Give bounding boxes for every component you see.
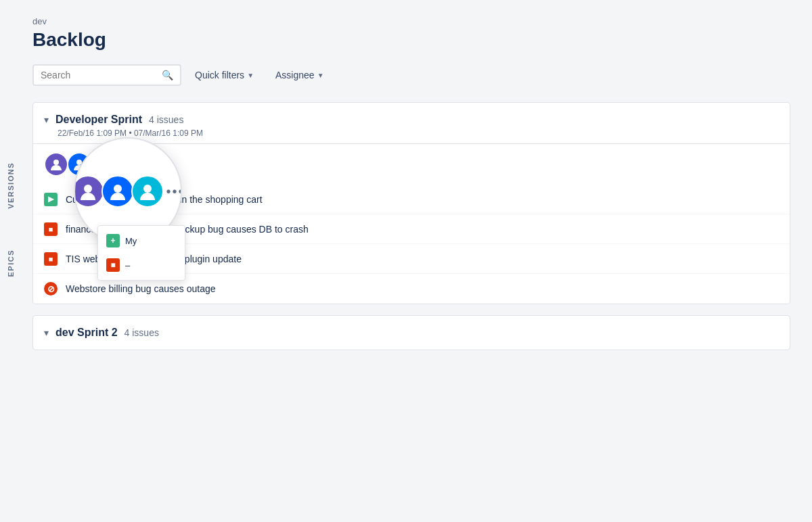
magnify-avatar-3[interactable] <box>131 175 164 208</box>
breadcrumb: dev <box>32 16 790 26</box>
epics-label[interactable]: EPICS <box>7 250 15 277</box>
magnify-avatar-2[interactable] <box>102 175 134 208</box>
quick-filters-button[interactable]: Quick filters ▼ <box>187 64 262 86</box>
popup-item-my-label: My <box>125 236 137 246</box>
magnify-dots: ••• <box>166 184 183 199</box>
search-icon: 🔍 <box>162 70 173 80</box>
sidebar-labels: VERSIONS EPICS <box>0 0 22 522</box>
popup-item-minus[interactable]: ■ – <box>98 253 185 277</box>
sprint1-name: Developer Sprint <box>55 114 142 126</box>
issue-icon-story-1: ▶ <box>44 193 58 206</box>
popup-item-my[interactable]: + My <box>98 229 185 253</box>
sprint1-count: 4 issues <box>149 114 183 125</box>
sprint1-chevron-icon[interactable]: ▾ <box>44 114 49 125</box>
sprint2-section: ▾ dev Sprint 2 4 issues <box>32 315 790 350</box>
sprint2-header: ▾ dev Sprint 2 4 issues <box>33 316 790 350</box>
magnify-avatar-1[interactable] <box>74 175 104 208</box>
page-title: Backlog <box>32 29 790 51</box>
sprint1-section: ▾ Developer Sprint 4 issues 22/Feb/16 1:… <box>32 102 790 304</box>
popup-item-minus-label: – <box>125 260 130 270</box>
assignee-chevron-icon: ▼ <box>317 72 324 79</box>
assignee-button[interactable]: Assignee ▼ <box>267 64 332 86</box>
popup-menu: + My ■ – <box>97 225 185 281</box>
sprint2-count: 4 issues <box>125 327 159 338</box>
svg-point-4 <box>114 185 122 193</box>
page-wrapper: VERSIONS EPICS dev Backlog 🔍 Quick filte… <box>0 0 812 522</box>
popup-icon-plus: + <box>106 234 120 247</box>
quick-filters-chevron-icon: ▼ <box>247 72 254 79</box>
search-box[interactable]: 🔍 <box>32 64 181 86</box>
sprint2-chevron-icon[interactable]: ▾ <box>44 327 49 338</box>
sprint2-name: dev Sprint 2 <box>55 327 118 339</box>
magnify-inner: ••• <box>74 175 182 208</box>
issue-icon-bug-3: ■ <box>44 252 58 266</box>
popup-icon-square: ■ <box>106 258 120 272</box>
issue-icon-blocked-4: ⊘ <box>44 282 58 295</box>
svg-point-3 <box>84 185 92 193</box>
sprint1-dates: 22/Feb/16 1:09 PM • 07/Mar/16 1:09 PM <box>44 128 779 138</box>
sprint1-header: ▾ Developer Sprint 4 issues 22/Feb/16 1:… <box>33 103 790 144</box>
svg-point-5 <box>143 185 152 193</box>
avatar-1[interactable] <box>44 152 68 176</box>
issue-icon-bug-2: ■ <box>44 222 58 236</box>
search-input[interactable] <box>41 70 158 80</box>
toolbar: 🔍 Quick filters ▼ Assignee ▼ <box>32 64 790 86</box>
assignee-row: ••• <box>33 144 790 185</box>
main-content: dev Backlog 🔍 Quick filters ▼ Assignee ▼… <box>22 0 812 522</box>
svg-point-0 <box>53 160 59 165</box>
versions-label[interactable]: VERSIONS <box>7 162 15 209</box>
issue-title-4: Webstore billing bug causes outage <box>66 283 216 294</box>
